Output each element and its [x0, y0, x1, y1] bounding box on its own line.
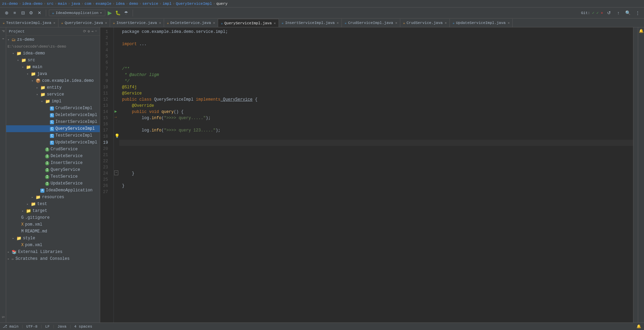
code-line-23[interactable] — [119, 164, 633, 170]
code-line-21[interactable] — [119, 152, 633, 158]
tree-item-src[interactable]: ▾📁src — [6, 57, 100, 64]
tree-item-service[interactable]: ▾📁service — [6, 91, 100, 98]
tree-item-impl[interactable]: ▾📁impl — [6, 98, 100, 105]
tree-item-scratches[interactable]: ▸✏Scratches and Consoles — [6, 255, 100, 262]
code-line-6[interactable] — [119, 60, 633, 66]
breadcrumb-main[interactable]: main — [58, 2, 67, 6]
breadcrumb-service[interactable]: service — [143, 2, 158, 6]
gear-icon[interactable]: ⚙ — [88, 29, 90, 34]
code-line-17[interactable]: log.info(">>>> query 123....."); — [119, 127, 633, 134]
tree-item-QueryServiceImpl[interactable]: CQueryServiceImpl — [6, 125, 100, 132]
search-button[interactable]: 🔍 — [624, 9, 632, 17]
code-scroll[interactable]: package com.example.idea.demo.service.im… — [119, 27, 633, 330]
code-line-2[interactable] — [119, 35, 633, 41]
tab-close-DeleteService[interactable]: ✕ — [213, 21, 215, 25]
expand-icon[interactable]: ⇥ — [91, 29, 94, 34]
tree-item-DeleteService[interactable]: IDeleteService — [6, 153, 100, 160]
tree-item-UpdateService[interactable]: IUpdateService — [6, 180, 100, 187]
tab-TestServiceImpl[interactable]: ☕ TestServiceImpl.java ✕ — [0, 19, 58, 27]
breadcrumb-queryserviceimpl[interactable]: QueryServiceImpl — [176, 2, 212, 6]
collapse-button[interactable]: ⊟ — [19, 9, 27, 17]
tab-close-TestServiceImpl[interactable]: ✕ — [53, 21, 55, 25]
tree-item-pom-root[interactable]: Xpom.xml — [6, 242, 100, 249]
tree-item-InsertServiceImpl[interactable]: CInsertServiceImpl — [6, 118, 100, 125]
code-line-7[interactable]: /** — [119, 66, 633, 72]
tree-item-CrudService[interactable]: ICrudService — [6, 146, 100, 153]
tree-item-UpdateServiceImpl[interactable]: CUpdateServiceImpl — [6, 139, 100, 146]
git-push-button[interactable]: ↑ — [615, 9, 622, 17]
code-line-12[interactable]: public class QueryServiceImpl implements… — [119, 97, 633, 103]
code-line-10[interactable]: @Slf4j — [119, 84, 633, 90]
breadcrumb-zs-demo[interactable]: zs-demo — [2, 2, 18, 6]
tab-close-QueryServiceImpl[interactable]: ✕ — [274, 21, 276, 25]
breadcrumb-java[interactable]: java — [71, 2, 80, 6]
structure-icon[interactable]: S — [0, 315, 5, 319]
code-line-25[interactable] — [119, 177, 633, 183]
tree-item-InsertService[interactable]: IInsertService — [6, 160, 100, 166]
encoding-label[interactable]: UTF-8 — [26, 325, 38, 329]
tab-close-CrudService[interactable]: ✕ — [445, 21, 447, 25]
event-log[interactable]: 🔔 — [636, 325, 641, 329]
tree-item-TestServiceImpl[interactable]: CTestServiceImpl — [6, 132, 100, 139]
tab-close-CrudServiceImpl[interactable]: ✕ — [395, 21, 397, 25]
tab-close-InsertServiceImpl[interactable]: ✕ — [337, 21, 339, 25]
code-line-13[interactable]: @Override — [119, 103, 633, 109]
code-line-5[interactable] — [119, 53, 633, 60]
tree-item-CrudServiceImpl[interactable]: CCrudServiceImpl — [6, 105, 100, 112]
tab-UpdateServiceImpl[interactable]: ☕ UpdateServiceImpl.java ✕ — [450, 19, 513, 27]
breadcrumb-idea-demo[interactable]: idea-demo — [22, 2, 42, 6]
tab-DeleteService[interactable]: ☕ DeleteService.java ✕ — [164, 19, 218, 27]
indent-label[interactable]: 4 spaces — [74, 325, 92, 329]
breadcrumb-impl[interactable]: impl — [162, 2, 171, 6]
language-label[interactable]: Java — [57, 325, 66, 329]
tree-item-DeleteServiceImpl[interactable]: CDeleteServiceImpl — [6, 112, 100, 118]
notifications-icon[interactable]: 🔔 — [639, 29, 644, 33]
tree-item-idea-demo-path[interactable]: E:\sourcecode\demo\zs-demo — [6, 43, 100, 50]
tree-item-readme[interactable]: MREADME.md — [6, 228, 100, 235]
debug-button[interactable]: 🐛 — [114, 9, 122, 17]
tree-item-pom-idea[interactable]: Xpom.xml — [6, 221, 100, 228]
tab-QueryServiceImpl[interactable]: ☕ QueryServiceImpl.java ✕ — [218, 19, 279, 27]
code-line-22[interactable] — [119, 158, 633, 164]
sync-icon[interactable]: ⟳ — [83, 29, 86, 34]
tree-item-entity[interactable]: ▸📁entity — [6, 84, 100, 91]
expand-all-button[interactable]: ≡ — [11, 9, 18, 17]
line-ending-label[interactable]: LF — [45, 325, 50, 329]
tree-item-java[interactable]: ▾📁java — [6, 71, 100, 77]
app-name-selector[interactable]: ☕ IdeaDemoApplication ▾ — [49, 10, 105, 16]
commit-icon[interactable]: ⬆ — [0, 36, 5, 41]
breadcrumb-demo[interactable]: demo — [129, 2, 138, 6]
code-line-9[interactable]: */ — [119, 78, 633, 84]
code-line-4[interactable] — [119, 47, 633, 53]
tree-item-style[interactable]: ▸📁style — [6, 235, 100, 242]
code-line-16[interactable] — [119, 121, 633, 127]
code-line-1[interactable]: package com.example.idea.demo.service.im… — [119, 29, 633, 35]
project-icon[interactable]: P — [0, 29, 5, 34]
tab-close-QueryService[interactable]: ✕ — [105, 21, 107, 25]
tree-item-com.example.idea.demo[interactable]: ▾📦com.example.idea.demo — [6, 77, 100, 84]
settings-button[interactable]: ⚙ — [27, 9, 35, 17]
new-button[interactable]: ⊕ — [3, 9, 10, 17]
code-line-3[interactable]: import ... — [119, 41, 633, 47]
tree-item-IdeaDemoApplication[interactable]: AIdeaDemoApplication — [6, 187, 100, 194]
tree-item-target[interactable]: ▸📁target — [6, 207, 100, 214]
close-panel-button[interactable]: ✕ — [36, 9, 43, 17]
tree-item-gitignore[interactable]: G.gitignore — [6, 214, 100, 221]
coverage-button[interactable]: ☂ — [122, 9, 130, 17]
tree-item-zs-demo[interactable]: ▾🗂zs-demo — [6, 36, 100, 43]
tree-item-QueryService[interactable]: IQueryService — [6, 166, 100, 173]
breadcrumb-example[interactable]: example — [96, 2, 111, 6]
git-branch[interactable]: ⎇ main — [3, 324, 18, 329]
git-history-button[interactable]: ↺ — [605, 9, 613, 17]
code-line-8[interactable]: * @author ligm — [119, 72, 633, 78]
tab-CrudService[interactable]: ☕ CrudService.java ✕ — [400, 19, 450, 27]
code-line-26[interactable]: } — [119, 183, 633, 189]
tab-CrudServiceImpl[interactable]: ☕ CrudServiceImpl.java ✕ — [342, 19, 400, 27]
minimize-icon[interactable]: − — [95, 29, 97, 34]
tab-InsertService[interactable]: ☕ InsertService.java ✕ — [110, 19, 164, 27]
code-line-27[interactable] — [119, 189, 633, 195]
run-gutter-14[interactable]: ▶ — [115, 109, 119, 114]
more-button[interactable]: ⋮ — [634, 9, 641, 17]
tree-item-idea-demo[interactable]: ▾📁idea-demo — [6, 50, 100, 57]
git-x-button[interactable]: ✕ — [601, 11, 603, 15]
